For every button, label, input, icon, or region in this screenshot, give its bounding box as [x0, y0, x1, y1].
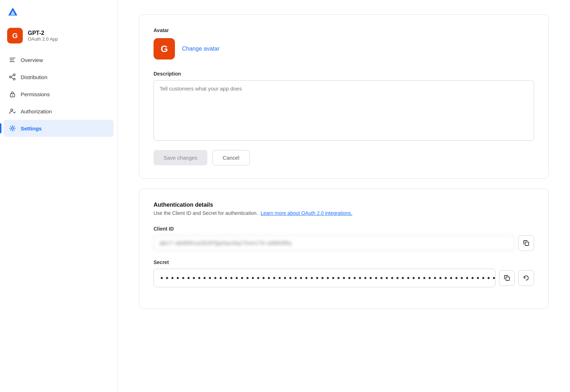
auth-details-card: Authentication details Use the Client ID… [139, 189, 549, 309]
client-id-label: Client ID [154, 226, 534, 232]
share-icon [9, 73, 16, 81]
svg-rect-12 [525, 242, 529, 246]
svg-line-7 [11, 75, 13, 76]
description-section: Description [154, 71, 534, 142]
client-id-row: abc7-ab8891a2b3PQp5ac6q1Tom170-a98k9Ry [154, 235, 534, 251]
app-type: OAuth 2.0 App [28, 36, 58, 42]
secret-group: Secret •••••••••••••••••••••••••••••••••… [154, 259, 534, 287]
app-info: GPT-2 OAuth 2.0 App [28, 30, 58, 42]
sidebar-item-settings[interactable]: Settings [4, 120, 114, 137]
rotate-icon [523, 274, 530, 282]
description-textarea[interactable] [154, 80, 534, 141]
svg-point-5 [10, 76, 11, 78]
sidebar-item-authorization-label: Authorization [21, 108, 52, 114]
sidebar-item-settings-label: Settings [21, 125, 42, 131]
svg-rect-13 [506, 277, 509, 280]
avatar-section: Avatar G Change avatar [154, 27, 534, 60]
copy-client-id-button[interactable] [518, 235, 534, 251]
avatar-description-card: Avatar G Change avatar Description Save … [139, 14, 549, 179]
main-content: Avatar G Change avatar Description Save … [118, 0, 570, 392]
secret-value: ••••••••••••••••••••••••••••••••••••••••… [154, 269, 496, 287]
svg-point-11 [11, 127, 14, 129]
app-name: GPT-2 [28, 30, 58, 36]
svg-point-9 [12, 95, 13, 96]
sidebar-item-authorization[interactable]: Authorization [4, 103, 114, 120]
svg-point-3 [14, 74, 15, 76]
gear-icon [9, 124, 16, 132]
avatar-display: G [154, 38, 175, 60]
auth-description: Use the Client ID and Secret for authent… [154, 210, 534, 216]
sidebar: G GPT-2 OAuth 2.0 App Overview [0, 0, 118, 392]
attio-logo [7, 6, 19, 18]
copy-secret-icon [503, 274, 511, 282]
client-id-group: Client ID abc7-ab8891a2b3PQp5ac6q1Tom170… [154, 226, 534, 251]
button-row: Save changes Cancel [154, 150, 534, 165]
sidebar-nav: Overview Distribution [0, 51, 117, 137]
svg-point-10 [11, 109, 13, 111]
sidebar-item-distribution[interactable]: Distribution [4, 68, 114, 86]
avatar-label: Avatar [154, 27, 534, 33]
avatar-row: G Change avatar [154, 38, 534, 60]
app-avatar-sidebar: G [7, 28, 23, 43]
svg-line-6 [11, 77, 13, 78]
save-changes-button[interactable]: Save changes [154, 150, 207, 165]
change-avatar-link[interactable]: Change avatar [182, 46, 219, 52]
sidebar-item-distribution-label: Distribution [21, 74, 47, 80]
copy-icon [523, 239, 530, 247]
sidebar-item-permissions-label: Permissions [21, 91, 50, 97]
secret-row: ••••••••••••••••••••••••••••••••••••••••… [154, 269, 534, 287]
client-id-value: abc7-ab8891a2b3PQp5ac6q1Tom170-a98k9Ry [154, 235, 515, 251]
description-label: Description [154, 71, 534, 77]
cancel-button[interactable]: Cancel [212, 150, 250, 165]
auth-desc-text: Use the Client ID and Secret for authent… [154, 210, 258, 216]
copy-secret-button[interactable] [499, 270, 515, 286]
auth-title: Authentication details [154, 202, 534, 208]
app-identity: G GPT-2 OAuth 2.0 App [0, 21, 117, 51]
learn-more-link[interactable]: Learn more about OAuth 2.0 integrations. [260, 210, 352, 216]
sidebar-item-permissions[interactable]: Permissions [4, 86, 114, 103]
list-icon [9, 56, 16, 64]
secret-label: Secret [154, 259, 534, 265]
rotate-secret-button[interactable] [518, 270, 534, 286]
sidebar-item-overview[interactable]: Overview [4, 51, 114, 68]
sidebar-item-overview-label: Overview [21, 57, 43, 63]
person-check-icon [9, 107, 16, 115]
svg-point-4 [14, 78, 15, 80]
logo-area [0, 0, 117, 21]
lock-icon [9, 90, 16, 98]
